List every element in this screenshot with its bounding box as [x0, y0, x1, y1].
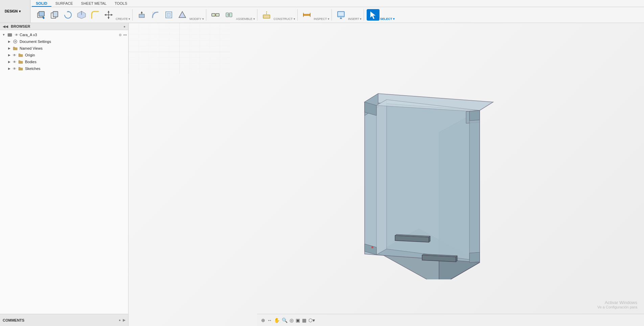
svg-marker-17 [141, 11, 143, 13]
press-pull-button[interactable] [135, 9, 148, 21]
named-views-chevron: ▶ [7, 46, 12, 51]
collapse-browser-button[interactable]: ◀◀ [3, 25, 8, 28]
svg-marker-51 [469, 110, 480, 261]
svg-marker-60 [429, 236, 430, 242]
statusbar-grid-icon[interactable]: ▣ [296, 318, 300, 323]
svg-rect-23 [212, 14, 215, 16]
sketches-folder-icon [18, 66, 23, 71]
svg-marker-57 [469, 252, 480, 262]
browser-tree: ▼ 👁 Cara_A v3 ⚙ ••• ▶ Document Settings … [0, 30, 128, 326]
select-group: SELECT ▾ [365, 9, 397, 21]
tab-row: SOLID SURFACE SHEET METAL TOOLS [30, 0, 644, 7]
comments-expand-btn[interactable]: ▶ [123, 318, 125, 322]
copy-icon [49, 10, 60, 20]
watermark-line1: Activar Windows [597, 300, 637, 305]
browser-circle-btn[interactable]: ● [123, 25, 125, 28]
main-area: ◀◀ BROWSER ● ▼ 👁 Cara_A v3 ⚙ ••• ▶ [0, 23, 644, 326]
tab-sheet-metal[interactable]: SHEET METAL [77, 1, 111, 7]
scale-button[interactable] [176, 9, 189, 21]
statusbar-more-icon[interactable]: ⬡▾ [308, 318, 315, 323]
move-button[interactable] [102, 9, 115, 21]
tab-solid[interactable]: SOLID [32, 1, 51, 7]
revolve-icon [63, 10, 73, 20]
statusbar-icons: ⊕ ↔ ✋ 🔍 ◎ ▣ ▦ ⬡▾ [261, 318, 315, 323]
fillet-icon [90, 10, 100, 20]
comments-panel: COMMENTS ● ▶ [0, 314, 129, 326]
tree-item-doc-settings[interactable]: ▶ Document Settings [5, 38, 128, 45]
modify-group: MODIFY ▾ [133, 9, 206, 21]
rigid-group-button[interactable] [223, 9, 235, 21]
tab-surface[interactable]: SURFACE [51, 1, 77, 7]
design-arrow: ▾ [19, 9, 21, 13]
windows-watermark: Activar Windows Ve a Configuración para [597, 300, 637, 309]
sketches-label: Sketches [25, 67, 127, 71]
svg-marker-56 [469, 110, 480, 121]
root-eye[interactable]: 👁 [14, 32, 19, 37]
joint-button[interactable] [209, 9, 222, 21]
svg-point-41 [15, 41, 16, 42]
inspect-label: INSPECT ▾ [314, 17, 329, 21]
insert-icon [336, 10, 346, 20]
statusbar-display-icon[interactable]: ◎ [290, 318, 294, 323]
statusbar-zoom-icon[interactable]: 🔍 [282, 318, 288, 323]
new-body-button[interactable] [34, 9, 47, 21]
root-dots-icon[interactable]: ••• [123, 33, 127, 37]
origin-folder-icon [18, 52, 23, 58]
toolbar-tabs: SOLID SURFACE SHEET METAL TOOLS [30, 0, 644, 23]
assemble-label: ASSEMBLE ▾ [236, 17, 255, 21]
svg-marker-13 [105, 14, 106, 16]
select-button[interactable] [367, 9, 380, 21]
insert-group: INSERT ▾ [332, 9, 364, 21]
bodies-label: Bodies [25, 60, 127, 64]
statusbar-visual-icon[interactable]: ▦ [302, 318, 306, 323]
extrude-icon [76, 10, 87, 20]
tab-tools[interactable]: TOOLS [111, 1, 131, 7]
fillet2-icon [150, 10, 160, 20]
shell-icon [164, 10, 174, 20]
extrude-button[interactable] [75, 9, 88, 21]
tree-item-bodies[interactable]: ▶ 👁 Bodies [5, 58, 128, 65]
copy-button[interactable] [48, 9, 61, 21]
move-icon [104, 10, 114, 20]
svg-point-64 [371, 246, 373, 248]
statusbar-snap-icon[interactable]: ⊕ [261, 318, 265, 323]
origin-eye[interactable]: 👁 [12, 53, 17, 57]
revolve-button[interactable] [62, 9, 74, 21]
svg-rect-24 [216, 14, 219, 16]
comments-label: COMMENTS [3, 318, 24, 322]
select-label: SELECT ▾ [380, 17, 395, 21]
doc-settings-chevron: ▶ [7, 39, 12, 44]
root-settings-icon[interactable]: ⚙ [119, 33, 122, 37]
measure-button[interactable] [300, 9, 313, 21]
browser-title: BROWSER [11, 24, 30, 28]
sketches-eye[interactable]: 👁 [12, 66, 17, 71]
joint-icon [210, 10, 221, 20]
select-icon [368, 10, 378, 20]
comments-circle-btn[interactable]: ● [119, 318, 121, 322]
named-views-folder-icon [13, 46, 18, 51]
tree-item-sketches[interactable]: ▶ 👁 Sketches [5, 65, 128, 72]
bodies-eye[interactable]: 👁 [12, 59, 17, 64]
svg-rect-21 [167, 13, 170, 17]
fillet-button[interactable] [89, 9, 101, 21]
svg-marker-63 [456, 256, 457, 262]
modify-label: MODIFY ▾ [189, 17, 204, 21]
shell-button[interactable] [162, 9, 175, 21]
design-button[interactable]: DESIGN ▾ [0, 0, 30, 23]
measure-icon [302, 10, 312, 20]
assemble-group: ASSEMBLE ▾ [207, 9, 257, 21]
statusbar-pan-icon[interactable]: ↔ [267, 318, 272, 323]
construct-button[interactable] [260, 9, 273, 21]
viewport[interactable]: Activar Windows Ve a Configuración para … [129, 23, 644, 326]
insert-button[interactable] [335, 9, 347, 21]
tree-item-named-views[interactable]: ▶ Named Views [5, 45, 128, 52]
design-label: DESIGN [5, 9, 18, 13]
toolbar: DESIGN ▾ SOLID SURFACE SHEET METAL TOOLS [0, 0, 644, 23]
inspect-group: INSPECT ▾ [298, 9, 332, 21]
create-group: CREATE ▾ [32, 9, 133, 21]
sketches-chevron: ▶ [7, 66, 12, 71]
statusbar-orbit-icon[interactable]: ✋ [274, 318, 280, 323]
fillet2-button[interactable] [149, 9, 162, 21]
tree-item-root[interactable]: ▼ 👁 Cara_A v3 ⚙ ••• [0, 31, 128, 38]
tree-item-origin[interactable]: ▶ 👁 Origin [5, 52, 128, 58]
